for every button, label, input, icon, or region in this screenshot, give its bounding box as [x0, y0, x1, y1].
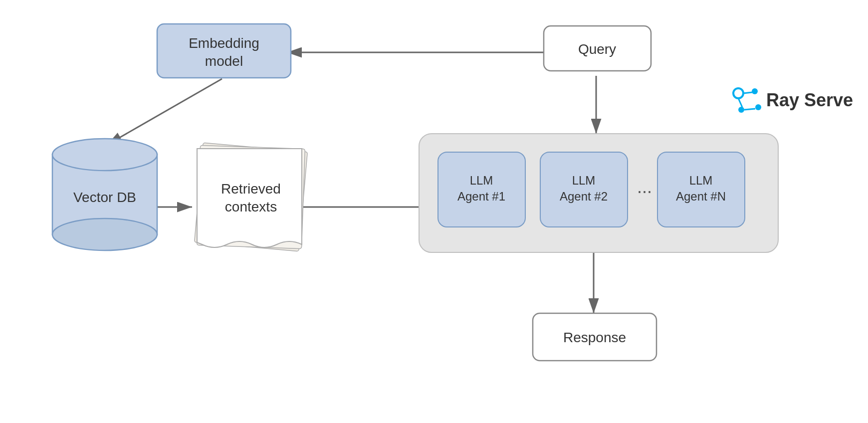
architecture-diagram: Query Embedding model Vector DB Retrieve…: [0, 0, 868, 423]
query-label: Query: [578, 41, 616, 57]
arrow-embedding-to-vectordb: [107, 79, 222, 145]
vector-db-top: [52, 139, 157, 171]
svg-point-2: [733, 88, 743, 98]
ellipsis: ···: [637, 181, 652, 201]
llm-agent-2-label2: Agent #2: [560, 190, 608, 203]
svg-point-3: [752, 88, 758, 94]
embedding-model-box: [157, 24, 291, 78]
vector-db-label: Vector DB: [73, 190, 136, 205]
retrieved-label2: contexts: [225, 199, 277, 214]
svg-point-4: [738, 107, 744, 113]
llm-agent-2-label1: LLM: [572, 174, 596, 187]
svg-line-6: [743, 92, 752, 93]
llm-agent-n-label1: LLM: [689, 174, 713, 187]
llm-agent-n-label2: Agent #N: [676, 190, 726, 203]
embedding-label2: model: [205, 53, 243, 69]
ray-serve-text: Ray Serve: [766, 90, 853, 110]
svg-line-7: [738, 98, 742, 107]
vector-db-bottom: [52, 218, 157, 250]
svg-line-8: [744, 109, 755, 110]
llm-agent-1-label1: LLM: [470, 174, 493, 187]
svg-point-5: [755, 104, 761, 110]
llm-agent-1-label2: Agent #1: [457, 190, 505, 203]
response-label: Response: [563, 330, 626, 345]
ray-serve-logo: Ray Serve: [733, 88, 853, 113]
context-page-front: [197, 149, 302, 247]
retrieved-label1: Retrieved: [221, 181, 281, 197]
embedding-label1: Embedding: [189, 35, 259, 51]
